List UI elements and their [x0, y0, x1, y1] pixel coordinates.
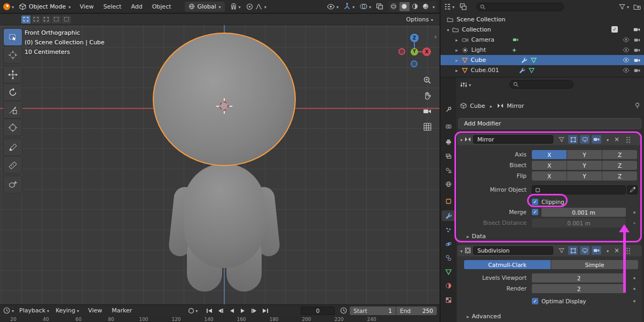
outliner-row-cube-selected[interactable]: Cube — [441, 55, 644, 65]
subdivision-name-field[interactable]: Subdivision — [473, 246, 553, 255]
merge-value-field[interactable]: 0.001 m — [541, 208, 626, 217]
new-collection-button[interactable] — [633, 3, 641, 10]
shading-rendered-button[interactable] — [421, 2, 431, 11]
xray-toggle[interactable] — [376, 3, 383, 10]
shading-material-button[interactable] — [410, 2, 420, 11]
jump-to-start-button[interactable] — [205, 307, 214, 315]
catmull-clark-button[interactable]: Catmull-Clark — [464, 260, 551, 269]
hide-eye-icon[interactable] — [623, 68, 630, 73]
outliner-row-collection[interactable]: Collection ✓ — [441, 25, 644, 35]
simple-button[interactable]: Simple — [551, 260, 638, 269]
tab-modifiers-active[interactable] — [442, 210, 456, 221]
shading-wireframe-button[interactable] — [389, 2, 399, 11]
render-visibility-icon[interactable] — [634, 58, 640, 63]
extras-menu-icon[interactable] — [607, 136, 609, 143]
mirror-bisect-x-button[interactable]: X — [532, 161, 567, 170]
frame-end-field[interactable]: End 250 — [396, 307, 437, 315]
display-mode-icon[interactable] — [460, 3, 467, 10]
viewport-3d[interactable]: Front Orthographic (0) Scene Collection … — [0, 25, 439, 304]
snap-toggle[interactable] — [230, 3, 241, 10]
breadcrumb-object[interactable]: Cube — [470, 103, 485, 109]
gizmo-axis-z-neg[interactable] — [411, 60, 418, 67]
gizmo-axis-z[interactable]: Z — [410, 34, 419, 42]
tool-rotate[interactable] — [4, 84, 22, 100]
play-button[interactable] — [238, 307, 248, 315]
merge-checkbox[interactable] — [532, 209, 538, 215]
sidebar-toggle-icon[interactable] — [434, 33, 437, 41]
render-visibility-icon[interactable] — [634, 68, 640, 73]
mirror-bisect-z-button[interactable]: Z — [602, 161, 637, 170]
tab-view-layer[interactable] — [443, 151, 454, 162]
tool-move[interactable] — [4, 66, 22, 83]
outliner-row-camera[interactable]: Camera — [441, 35, 644, 45]
hide-eye-icon[interactable] — [623, 58, 630, 62]
render-visibility-icon[interactable] — [634, 37, 640, 43]
collection-render-camera-icon[interactable] — [633, 27, 640, 33]
tab-render[interactable] — [443, 121, 454, 132]
next-keyframe-button[interactable] — [249, 307, 259, 315]
mirror-render-toggle[interactable] — [592, 135, 601, 144]
mirror-realtime-toggle[interactable] — [580, 135, 590, 144]
clipping-checkbox[interactable] — [532, 199, 538, 205]
tab-physics[interactable] — [443, 239, 454, 249]
tab-texture[interactable] — [443, 295, 454, 305]
tool-scale[interactable] — [4, 101, 22, 118]
hide-eye-icon[interactable] — [623, 37, 630, 42]
gizmo-axis-x-neg[interactable] — [398, 48, 405, 55]
subdivision-panel-header[interactable]: Subdivision — [457, 245, 642, 256]
timeline-editor-selector[interactable] — [3, 307, 14, 314]
mirror-bisect-y-button[interactable]: Y — [567, 161, 602, 170]
mirror-edit-mode-toggle[interactable] — [568, 135, 578, 144]
play-reverse-button[interactable] — [227, 307, 237, 315]
breadcrumb-modifier[interactable]: Mirror — [507, 103, 524, 109]
menu-view[interactable]: View — [75, 3, 98, 10]
subdivision-edit-mode-toggle[interactable] — [568, 246, 578, 255]
select-mode-invert-button[interactable] — [52, 15, 61, 23]
tab-scene[interactable] — [443, 165, 454, 176]
shading-solid-button[interactable] — [399, 2, 410, 11]
navigation-gizmo[interactable]: Z Y X — [398, 35, 431, 68]
menu-add[interactable]: Add — [126, 3, 147, 10]
mirror-axis-z-button[interactable]: Z — [602, 150, 637, 159]
gizmo-axis-y[interactable]: Y — [411, 48, 418, 56]
character-body[interactable] — [184, 163, 265, 268]
subdivision-realtime-toggle[interactable] — [580, 246, 590, 255]
orientation-dropdown[interactable]: Global — [185, 2, 225, 12]
show-overlays-toggle[interactable] — [359, 3, 371, 10]
tool-measure[interactable] — [4, 156, 22, 173]
expand-icon[interactable] — [455, 36, 458, 43]
render-levels-field[interactable]: 2 — [532, 284, 626, 293]
timeline-view-menu[interactable]: View — [83, 307, 107, 314]
mirror-data-subpanel[interactable]: Data — [467, 232, 486, 241]
tool-cursor[interactable] — [4, 46, 22, 63]
extras-menu-icon[interactable] — [607, 247, 609, 254]
options-dropdown[interactable]: Options — [404, 16, 435, 23]
drag-handle-icon[interactable] — [626, 136, 631, 143]
eyedropper-button[interactable] — [627, 185, 638, 194]
render-visibility-icon[interactable] — [634, 48, 640, 53]
timeline-marker-menu[interactable]: Marker — [107, 307, 137, 314]
mirror-flip-z-button[interactable]: Z — [602, 171, 637, 180]
outliner-row-cube-001[interactable]: Cube.001 — [441, 65, 644, 75]
keying-menu[interactable]: Keying — [56, 307, 79, 314]
auto-keying-toggle[interactable] — [188, 307, 198, 314]
mirror-object-field[interactable] — [532, 185, 626, 194]
proportional-editing-toggle[interactable] — [246, 3, 266, 10]
mirror-flip-x-button[interactable]: X — [532, 171, 567, 180]
frame-clock-icon[interactable] — [340, 307, 347, 314]
animate-dot[interactable] — [633, 211, 635, 214]
tool-annotate[interactable] — [4, 139, 22, 155]
tab-world[interactable] — [443, 179, 454, 190]
properties-search-input[interactable] — [509, 80, 574, 89]
gizmo-axis-x[interactable]: X — [422, 48, 431, 56]
mode-selector[interactable]: Object Mode — [19, 3, 70, 10]
pan-button[interactable] — [421, 90, 433, 101]
remove-modifier-icon[interactable] — [614, 136, 619, 143]
tab-object[interactable] — [443, 196, 454, 207]
outliner-row-light[interactable]: Light — [441, 45, 644, 55]
zoom-button[interactable] — [421, 74, 433, 86]
tab-particles[interactable] — [443, 225, 454, 235]
prev-keyframe-button[interactable] — [216, 307, 225, 315]
bisect-distance-field[interactable]: 0.001 m — [532, 218, 626, 227]
hide-eye-icon[interactable] — [623, 48, 630, 52]
